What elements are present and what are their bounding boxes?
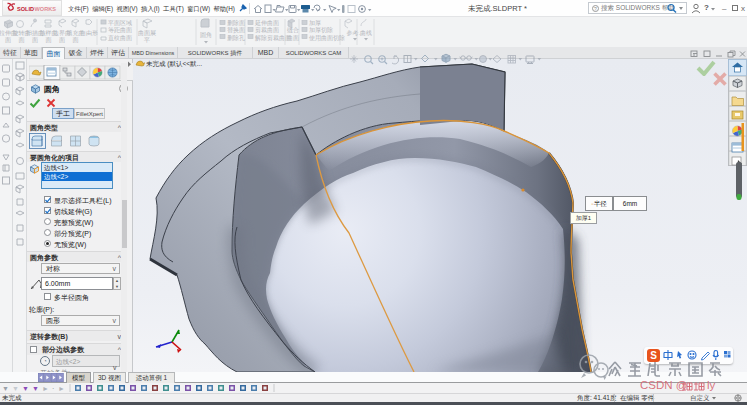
- svg-text:等距曲面: 等距曲面: [108, 26, 132, 34]
- svg-text:▼: ▼: [32, 385, 39, 392]
- svg-text:平面区域: 平面区域: [108, 19, 132, 27]
- svg-text:圆角: 圆角: [200, 32, 212, 39]
- svg-text:使用曲面切除: 使用曲面切除: [309, 34, 345, 42]
- svg-text:面: 面: [46, 36, 52, 44]
- svg-text:▼: ▼: [22, 385, 29, 392]
- svg-text:加厚切除: 加厚切除: [309, 26, 333, 34]
- svg-text:缝合: 缝合: [287, 27, 299, 34]
- svg-text:删除孔: 删除孔: [227, 34, 245, 42]
- svg-text:剪裁曲面: 剪裁曲面: [255, 26, 279, 34]
- svg-text:►: ►: [58, 385, 65, 392]
- svg-text:自由形: 自由形: [80, 30, 98, 37]
- svg-text:►: ►: [42, 385, 49, 392]
- svg-text:替换面: 替换面: [227, 26, 245, 34]
- svg-text:删除面: 删除面: [227, 19, 245, 27]
- svg-text:解除剪裁曲面: 解除剪裁曲面: [255, 34, 291, 42]
- svg-text:面: 面: [59, 36, 65, 44]
- svg-text:平: 平: [144, 36, 150, 43]
- svg-text:·: ·: [52, 385, 54, 392]
- svg-text:▼: ▼: [12, 385, 19, 392]
- svg-text:WORKS: WORKS: [35, 6, 57, 12]
- svg-text:直纹曲面: 直纹曲面: [108, 34, 132, 42]
- svg-text:面: 面: [32, 36, 38, 44]
- svg-text:面: 面: [19, 36, 25, 44]
- svg-text:曲线: 曲线: [360, 30, 372, 37]
- svg-text:延伸曲面: 延伸曲面: [254, 19, 279, 27]
- svg-text:SOLID: SOLID: [17, 6, 34, 12]
- svg-text:曲面: 曲面: [287, 34, 299, 42]
- svg-text:面: 面: [5, 36, 11, 44]
- svg-text:▼: ▼: [2, 385, 9, 392]
- svg-text:面: 面: [73, 36, 79, 44]
- svg-text:曲面展: 曲面展: [138, 29, 156, 37]
- svg-text:加厚: 加厚: [309, 20, 321, 26]
